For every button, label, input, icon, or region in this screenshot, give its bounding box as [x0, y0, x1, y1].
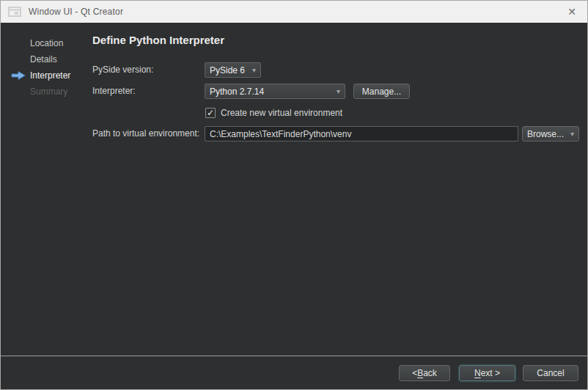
interpreter-select[interactable]: Python 2.7.14 ▾ — [205, 84, 345, 99]
chevron-down-icon: ▾ — [331, 88, 340, 95]
wizard-window: Window UI - Qt Creator ✕ Location Detail… — [0, 0, 588, 390]
chevron-down-icon: ▾ — [566, 130, 574, 138]
page-title: Define Python Interpreter — [92, 34, 224, 46]
current-step-arrow-icon — [11, 70, 26, 81]
venv-path-label: Path to virtual environment: — [92, 126, 199, 141]
close-icon[interactable]: ✕ — [564, 4, 580, 19]
interpreter-label: Interpreter: — [92, 84, 136, 99]
window-title: Window UI - Qt Creator — [29, 7, 123, 17]
footer-separator — [1, 356, 587, 356]
chevron-down-icon: ▾ — [246, 67, 256, 74]
back-button-label: < — [412, 368, 417, 378]
titlebar[interactable]: Window UI - Qt Creator ✕ — [1, 1, 587, 23]
create-venv-label: Create new virtual environment — [221, 106, 342, 120]
pyside-version-select[interactable]: PySide 6 ▾ — [205, 62, 261, 78]
pyside-version-value: PySide 6 — [210, 65, 245, 76]
app-window-icon — [8, 7, 21, 17]
interpreter-value: Python 2.7.14 — [210, 87, 264, 97]
sidebar-step-location: Location — [30, 36, 63, 51]
browse-button[interactable]: Browse... ▾ — [522, 126, 579, 141]
sidebar-step-details: Details — [30, 52, 57, 67]
venv-path-input[interactable] — [205, 126, 518, 141]
back-button[interactable]: < Back — [399, 365, 450, 381]
sidebar-step-interpreter: Interpreter — [30, 68, 70, 83]
next-button[interactable]: Next > — [459, 365, 515, 381]
cancel-button[interactable]: Cancel — [523, 365, 578, 381]
sidebar-step-summary: Summary — [30, 84, 67, 99]
create-venv-checkbox[interactable]: ✓ — [205, 108, 216, 118]
manage-button[interactable]: Manage... — [353, 84, 410, 99]
pyside-version-label: PySide version: — [92, 62, 153, 78]
browse-button-label: Browse... — [527, 129, 564, 139]
checkmark-icon: ✓ — [207, 108, 214, 117]
